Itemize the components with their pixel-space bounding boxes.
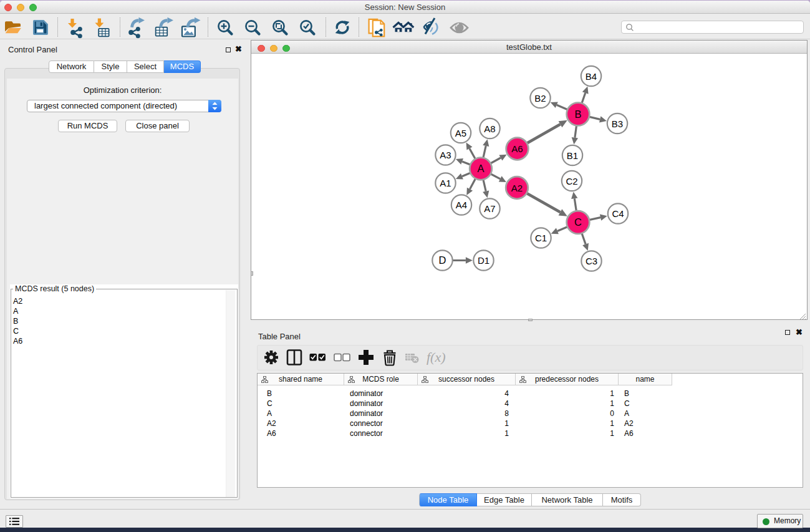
svg-text:A3: A3 bbox=[440, 150, 451, 160]
svg-text:C3: C3 bbox=[586, 256, 597, 266]
svg-text:C4: C4 bbox=[612, 208, 624, 219]
svg-text:A4: A4 bbox=[456, 200, 467, 210]
svg-text:A6: A6 bbox=[511, 143, 523, 154]
svg-text:A8: A8 bbox=[484, 123, 495, 134]
svg-text:B: B bbox=[574, 109, 581, 120]
svg-text:A: A bbox=[477, 163, 484, 174]
svg-text:C1: C1 bbox=[535, 233, 547, 243]
svg-text:A7: A7 bbox=[484, 203, 495, 214]
svg-text:B3: B3 bbox=[612, 118, 623, 129]
svg-text:B4: B4 bbox=[586, 71, 597, 82]
svg-text:C: C bbox=[574, 216, 582, 228]
svg-text:C2: C2 bbox=[566, 176, 577, 186]
svg-text:D1: D1 bbox=[478, 255, 489, 266]
svg-text:f(x): f(x) bbox=[427, 349, 446, 365]
svg-text:B2: B2 bbox=[534, 93, 546, 104]
svg-text:B1: B1 bbox=[567, 150, 578, 161]
svg-text:D: D bbox=[439, 254, 446, 266]
svg-text:A2: A2 bbox=[511, 183, 523, 193]
svg-text:A1: A1 bbox=[440, 178, 451, 188]
svg-text:A5: A5 bbox=[455, 128, 466, 138]
